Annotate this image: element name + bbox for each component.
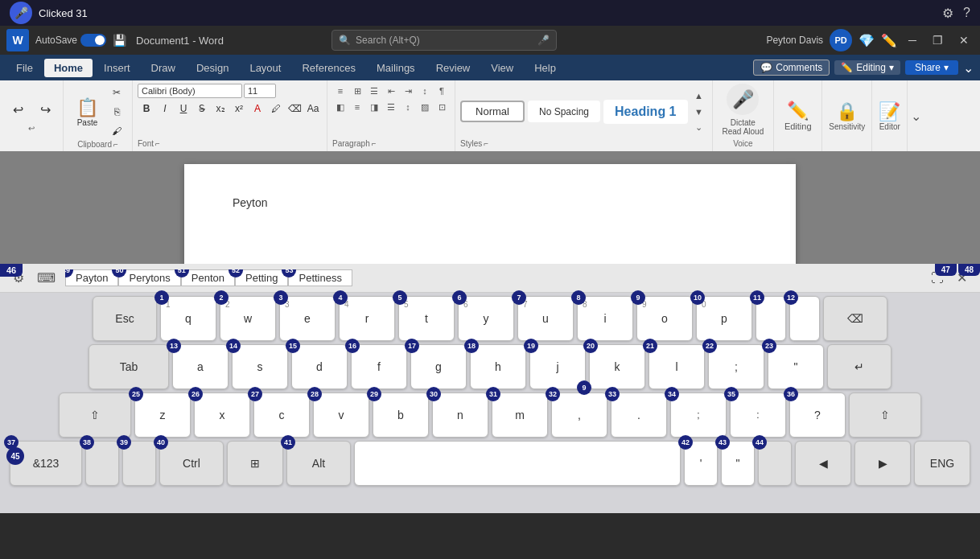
cut-button[interactable]: ✂	[108, 84, 126, 101]
key-esc[interactable]: Esc	[93, 296, 157, 341]
tab-review[interactable]: Review	[426, 59, 480, 77]
bullets-button[interactable]: ≡	[332, 84, 348, 98]
shading-button[interactable]: ▨	[417, 100, 433, 114]
settings-icon[interactable]: ⚙	[942, 6, 953, 21]
key-colon2[interactable]: 35 :	[730, 393, 786, 438]
key-period[interactable]: 33 .	[611, 393, 667, 438]
key-t[interactable]: 5 5t	[398, 296, 455, 341]
style-normal[interactable]: Normal	[460, 101, 525, 122]
key-left-arrow[interactable]: ◀	[795, 441, 851, 486]
keyboard-icon[interactable]: ⌨	[34, 267, 59, 289]
document-page[interactable]: Peyton	[184, 164, 796, 264]
bold-button[interactable]: B	[138, 100, 155, 117]
key-l[interactable]: 21 l	[649, 344, 705, 389]
editing-button[interactable]: ✏️	[787, 101, 809, 121]
key-p[interactable]: 10 0p	[696, 296, 752, 341]
ribbon-more-button[interactable]: ⌄	[911, 109, 921, 124]
key-i[interactable]: 8 8i	[577, 296, 633, 341]
numbering-button[interactable]: ⊞	[349, 84, 365, 98]
key-v[interactable]: 28 v	[313, 393, 369, 438]
decrease-indent-button[interactable]: ⇤	[383, 84, 399, 98]
key-43[interactable]: 43 "	[721, 441, 755, 486]
key-r[interactable]: 4 4r	[339, 296, 395, 341]
key-quote[interactable]: 23 "	[768, 344, 824, 389]
styles-expand-icon[interactable]: ⌐	[484, 139, 488, 148]
font-color-button[interactable]: A	[249, 100, 266, 117]
mic-button[interactable]: 🎤	[10, 2, 32, 24]
tab-insert[interactable]: Insert	[94, 59, 140, 77]
key-shift-right[interactable]: ⇧	[849, 393, 921, 438]
editing-mode-button[interactable]: ✏️ Editing ▾	[834, 60, 900, 75]
collapse-ribbon-icon[interactable]: ⌄	[963, 60, 974, 76]
key-w[interactable]: 2 2w	[220, 296, 276, 341]
key-alt[interactable]: 41 Alt	[286, 441, 351, 486]
styles-scroll-up[interactable]: ▲	[691, 88, 707, 103]
restore-button[interactable]: ❐	[928, 34, 948, 47]
help-icon[interactable]: ?	[963, 6, 970, 20]
key-39[interactable]: 39	[122, 441, 156, 486]
tab-view[interactable]: View	[481, 59, 523, 77]
key-j[interactable]: 19 j 9	[529, 344, 586, 389]
key-space[interactable]	[354, 441, 681, 486]
key-lang[interactable]: ENG	[914, 441, 970, 486]
key-38[interactable]: 38	[85, 441, 119, 486]
tab-layout[interactable]: Layout	[240, 59, 290, 77]
tab-mailings[interactable]: Mailings	[367, 59, 425, 77]
strikethrough-button[interactable]: S̶	[193, 100, 211, 117]
justify-button[interactable]: ☰	[383, 100, 399, 114]
suggestion-petting[interactable]: 52 Petting	[235, 269, 288, 286]
key-b[interactable]: 29 b	[373, 393, 429, 438]
style-heading1[interactable]: Heading 1	[603, 100, 687, 124]
save-icon[interactable]: 💾	[113, 34, 126, 47]
increase-indent-button[interactable]: ⇥	[400, 84, 416, 98]
key-s[interactable]: 14 s	[232, 344, 288, 389]
clear-format-button[interactable]: ⌫	[286, 100, 303, 117]
font-name-selector[interactable]: Calibri (Body)	[138, 84, 242, 98]
key-o[interactable]: 9 9o	[636, 296, 693, 341]
key-u[interactable]: 7 7u	[517, 296, 574, 341]
suggestion-payton[interactable]: 49 Payton	[65, 269, 118, 286]
suggestion-penton[interactable]: 51 Penton	[181, 269, 235, 286]
search-box[interactable]: 🔍 Search (Alt+Q) 🎤	[331, 30, 557, 51]
key-44[interactable]: 44	[758, 441, 792, 486]
key-q[interactable]: 1 1q	[160, 296, 216, 341]
key-11[interactable]: 11	[756, 296, 786, 341]
tab-help[interactable]: Help	[525, 59, 566, 77]
key-f[interactable]: 16 f	[351, 344, 407, 389]
mic-search-icon[interactable]: 🎤	[537, 35, 550, 46]
key-y[interactable]: 6 6y	[458, 296, 514, 341]
styles-expand[interactable]: ⌄	[691, 121, 707, 135]
italic-button[interactable]: I	[156, 100, 174, 117]
align-left-button[interactable]: ◧	[332, 100, 348, 114]
align-right-button[interactable]: ◨	[366, 100, 382, 114]
undo-button[interactable]: ↩	[5, 99, 31, 121]
key-g[interactable]: 17 g	[410, 344, 467, 389]
font-expand-icon[interactable]: ⌐	[155, 139, 160, 148]
border-button[interactable]: ⊡	[434, 100, 450, 114]
suggestion-pettiness[interactable]: 53 Pettiness	[288, 269, 352, 286]
key-colon[interactable]: 34 ;	[670, 393, 727, 438]
key-c[interactable]: 27 c	[253, 393, 310, 438]
multilevel-button[interactable]: ☰	[366, 84, 382, 98]
highlight-button[interactable]: 🖊	[267, 100, 285, 117]
key-h[interactable]: 18 h	[470, 344, 526, 389]
tab-draw[interactable]: Draw	[142, 59, 185, 77]
format-painter-button[interactable]: 🖌	[108, 122, 126, 140]
underline-button[interactable]: U	[175, 100, 192, 117]
redo-button[interactable]: ↪	[32, 99, 58, 121]
key-a[interactable]: 13 a	[172, 344, 229, 389]
key-m[interactable]: 31 m	[492, 393, 548, 438]
key-d[interactable]: 15 d	[291, 344, 348, 389]
key-z[interactable]: 25 z	[134, 393, 191, 438]
key-semicolon[interactable]: 22 ;	[708, 344, 764, 389]
subscript-button[interactable]: x₂	[212, 100, 229, 117]
key-x[interactable]: 26 x	[194, 393, 250, 438]
key-k[interactable]: 20 k	[589, 344, 645, 389]
paste-button[interactable]: 📋 Paste	[70, 94, 105, 130]
styles-scroll-down[interactable]: ▼	[691, 105, 707, 119]
key-n[interactable]: 30 n	[432, 393, 488, 438]
key-question[interactable]: 36 ?	[789, 393, 846, 438]
key-enter[interactable]: ↵	[827, 344, 891, 389]
key-123[interactable]: 37 &123	[10, 441, 82, 486]
minimize-button[interactable]: ─	[904, 34, 921, 47]
